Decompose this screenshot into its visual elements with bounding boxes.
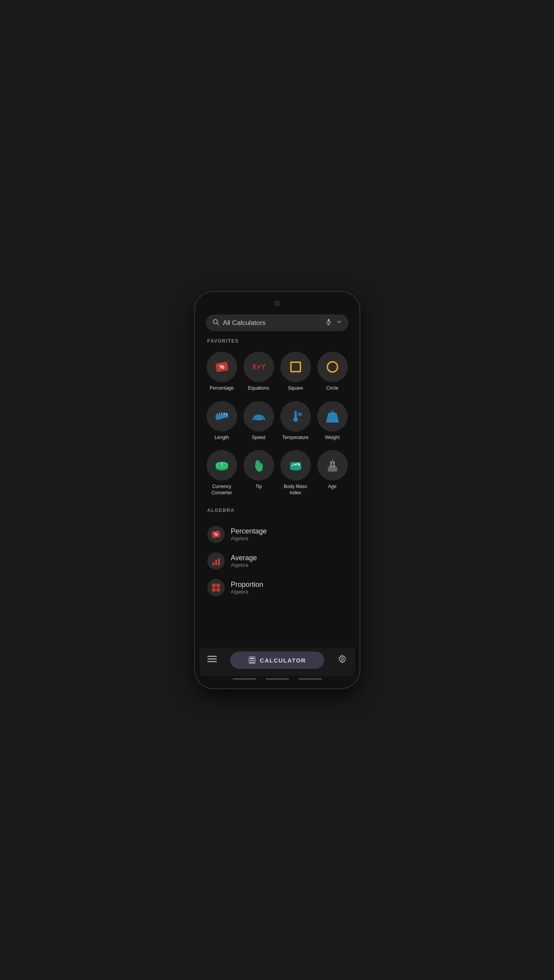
favorite-equations[interactable]: X+Y Equations: [240, 348, 277, 397]
average-list-name: Average: [231, 554, 257, 562]
main-screen: All Calculators FAVORITES %: [200, 310, 355, 648]
svg-rect-55: [250, 660, 251, 661]
calculator-button[interactable]: CALCULATOR: [230, 652, 324, 669]
svg-rect-47: [216, 584, 220, 587]
phone-screen: All Calculators FAVORITES %: [200, 296, 355, 684]
favorite-bmi[interactable]: Body Mass Index: [277, 446, 314, 501]
average-list-text: Average Algebra: [231, 554, 257, 568]
svg-rect-45: [218, 558, 220, 565]
percentage-label: Percentage: [210, 385, 234, 392]
algebra-section-label: ALGEBRA: [200, 506, 355, 517]
tip-icon-bg: [243, 450, 274, 481]
gear-icon: [338, 654, 347, 664]
svg-rect-52: [207, 661, 217, 662]
temperature-icon-bg: [280, 401, 311, 432]
temperature-icon: [287, 408, 304, 425]
temperature-label: Temperature: [282, 435, 309, 441]
search-icon: [212, 318, 219, 327]
favorites-grid: % Percentage X+Y Equations: [200, 348, 355, 501]
svg-line-1: [217, 323, 218, 325]
bmi-icon-bg: [280, 450, 311, 481]
dropdown-icon[interactable]: [336, 319, 342, 327]
svg-text:$: $: [221, 463, 223, 467]
svg-point-39: [330, 461, 332, 464]
favorite-speed[interactable]: Speed: [240, 397, 277, 446]
svg-rect-20: [263, 419, 265, 420]
settings-icon[interactable]: [338, 654, 347, 666]
weight-icon-bg: [317, 401, 348, 432]
speed-icon: [250, 408, 267, 425]
calculator-icon: [248, 656, 256, 664]
favorite-age[interactable]: Age: [314, 446, 351, 501]
length-icon-bg: [207, 401, 237, 432]
circle-icon: [324, 358, 341, 376]
length-icon: [213, 408, 231, 425]
percentage-list-text: Percentage Algebra: [231, 527, 267, 541]
phone-frame: All Calculators FAVORITES %: [195, 292, 360, 688]
svg-rect-44: [215, 560, 217, 565]
camera: [274, 301, 280, 306]
average-list-sub: Algebra: [231, 562, 257, 568]
favorite-tip[interactable]: Tip: [240, 446, 277, 501]
status-bar: [200, 296, 355, 310]
svg-text:%: %: [214, 532, 218, 537]
list-percentage-icon-bg: %: [207, 526, 225, 543]
svg-rect-16: [255, 418, 263, 420]
svg-rect-58: [250, 662, 251, 663]
mic-icon[interactable]: [325, 318, 332, 327]
favorite-length[interactable]: Length: [203, 397, 240, 446]
svg-rect-2: [327, 319, 329, 322]
proportion-list-name: Proportion: [231, 581, 263, 589]
speed-label: Speed: [252, 435, 265, 441]
svg-point-40: [333, 461, 334, 464]
favorite-percentage[interactable]: % Percentage: [203, 348, 240, 397]
svg-rect-8: [291, 362, 300, 372]
list-item-average[interactable]: Average Algebra: [200, 548, 355, 574]
percentage-list-name: Percentage: [231, 527, 267, 535]
proportion-list-text: Proportion Algebra: [231, 581, 263, 595]
favorite-temperature[interactable]: Temperature: [277, 397, 314, 446]
favorite-currency[interactable]: $ Currency Converter: [203, 446, 240, 501]
favorite-square[interactable]: Square: [277, 348, 314, 397]
search-placeholder: All Calculators: [223, 319, 321, 327]
equations-label: Equations: [248, 385, 269, 392]
svg-point-34: [298, 464, 300, 465]
age-label: Age: [328, 484, 336, 490]
percentage-icon: %: [214, 359, 230, 375]
menu-icon[interactable]: [207, 654, 217, 666]
list-average-icon: [211, 556, 221, 566]
bmi-label: Body Mass Index: [279, 484, 312, 496]
svg-rect-46: [212, 584, 216, 587]
percentage-list-sub: Algebra: [231, 535, 267, 541]
favorite-circle[interactable]: Circle: [314, 348, 351, 397]
svg-rect-57: [253, 660, 254, 661]
weight-label: Weight: [325, 435, 340, 441]
favorite-weight[interactable]: Weight: [314, 397, 351, 446]
list-item-percentage[interactable]: % Percentage Algebra: [200, 521, 355, 548]
svg-rect-54: [250, 658, 254, 659]
svg-rect-19: [252, 419, 254, 420]
list-percentage-icon: %: [211, 529, 221, 539]
svg-rect-43: [213, 562, 214, 565]
svg-rect-49: [216, 588, 220, 592]
proportion-list-sub: Algebra: [231, 589, 263, 595]
circle-icon-bg: [317, 352, 348, 382]
circle-label: Circle: [326, 385, 338, 392]
bmi-icon: [287, 457, 304, 474]
nav-indicator-bar: [200, 676, 355, 684]
square-label: Square: [288, 385, 303, 392]
calculator-button-label: CALCULATOR: [260, 657, 306, 664]
square-icon: [287, 358, 304, 376]
list-item-proportion[interactable]: Proportion Algebra: [200, 574, 355, 601]
svg-rect-36: [329, 465, 336, 468]
svg-rect-51: [207, 659, 217, 660]
svg-point-9: [327, 362, 338, 372]
favorites-section-label: FAVORITES: [200, 337, 355, 348]
svg-text:%: %: [219, 364, 224, 370]
equations-icon-bg: X+Y: [243, 352, 274, 382]
weight-icon: [324, 408, 341, 425]
search-bar[interactable]: All Calculators: [206, 314, 349, 331]
svg-rect-50: [207, 656, 217, 657]
length-label: Length: [214, 435, 229, 441]
svg-point-22: [293, 417, 298, 422]
